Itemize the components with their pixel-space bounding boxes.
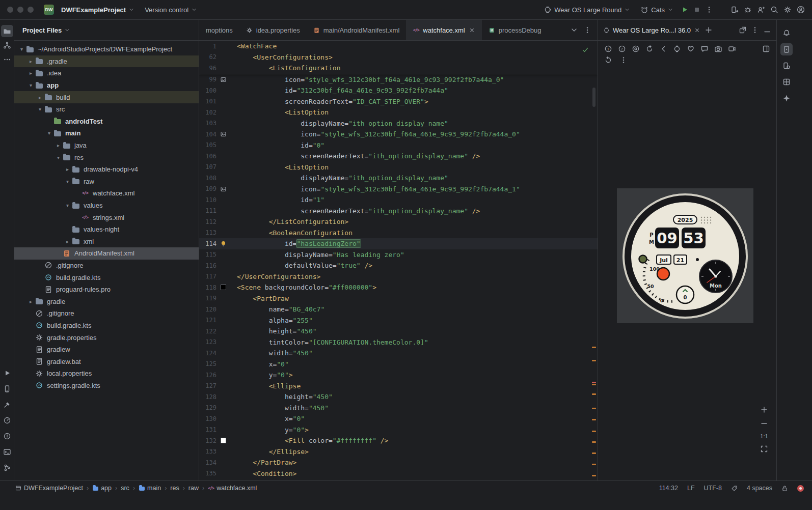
tree-chevron-icon[interactable]: ▾ bbox=[54, 155, 63, 160]
code-line[interactable]: 129 width="450" bbox=[199, 403, 598, 414]
code-line[interactable]: 112 </ListConfiguration> bbox=[199, 216, 598, 228]
editor-tab[interactable]: </>watchface.xml bbox=[406, 20, 481, 40]
color-swatch[interactable] bbox=[221, 285, 226, 290]
tool-window-button-assistant[interactable] bbox=[780, 92, 793, 104]
analysis-mark[interactable] bbox=[592, 431, 596, 432]
tree-item[interactable]: .gitignore bbox=[14, 307, 199, 320]
more-actions-icon[interactable] bbox=[705, 6, 713, 14]
code-line[interactable]: 135 <Condition> bbox=[199, 468, 598, 479]
tool-window-button-device-explorer[interactable] bbox=[1, 383, 13, 395]
analysis-mark[interactable] bbox=[592, 384, 596, 385]
tree-chevron-icon[interactable]: ▸ bbox=[63, 166, 72, 172]
file-lock-icon[interactable] bbox=[781, 485, 788, 492]
code-line[interactable]: 107 <ListOption bbox=[199, 162, 598, 173]
device-tab[interactable]: Wear OS Large Ro...l 36.0 bbox=[603, 26, 700, 34]
indent-setting[interactable]: 4 spaces bbox=[747, 485, 772, 492]
tool-window-button-problems[interactable] bbox=[1, 430, 13, 442]
tool-window-button-resource-manager[interactable] bbox=[780, 76, 793, 88]
code-line[interactable]: 118<Scene backgroundColor="#ff000000"> bbox=[199, 282, 598, 293]
tree-chevron-icon[interactable]: ▾ bbox=[45, 130, 53, 136]
zoom-in-button[interactable] bbox=[760, 406, 768, 414]
breadcrumb-item[interactable]: raw bbox=[188, 485, 199, 492]
tree-chevron-icon[interactable]: ▾ bbox=[63, 179, 72, 184]
code-line[interactable]: 99 icon="style_wfs_312c30bf_f64a_461e_9c… bbox=[199, 74, 598, 86]
tree-item[interactable]: ▸xml bbox=[14, 236, 199, 248]
tree-item[interactable]: ▸build bbox=[14, 91, 199, 103]
analysis-mark[interactable] bbox=[592, 441, 596, 443]
tree-item[interactable]: gradle.properties bbox=[14, 331, 199, 344]
tree-item[interactable]: </>strings.xml bbox=[14, 211, 199, 223]
open-in-window-icon[interactable] bbox=[739, 26, 747, 34]
code-line[interactable]: 115 displayName="Has leading zero" bbox=[199, 249, 598, 261]
code-line[interactable]: 113 <BooleanConfiguration bbox=[199, 228, 598, 239]
tree-item[interactable]: build.gradle.kts bbox=[14, 320, 199, 332]
close-icon[interactable] bbox=[694, 27, 700, 34]
tree-item[interactable]: ▾raw bbox=[14, 176, 199, 188]
error-notification-badge[interactable] bbox=[797, 485, 804, 492]
tree-chevron-icon[interactable]: ▸ bbox=[26, 59, 35, 64]
tree-item[interactable]: </>watchface.xml bbox=[14, 187, 199, 200]
version-control-menu[interactable]: Version control bbox=[142, 4, 200, 16]
tree-chevron-icon[interactable]: ▾ bbox=[63, 203, 72, 208]
code-line[interactable]: 1<WatchFace bbox=[199, 41, 598, 52]
tree-item[interactable]: ▸.idea bbox=[14, 67, 199, 79]
tree-item[interactable]: ▸gradle bbox=[14, 295, 199, 307]
project-selector[interactable]: DWFExampleProject bbox=[58, 4, 138, 16]
code-line[interactable]: 133 </Ellipse> bbox=[199, 446, 598, 458]
code-line[interactable]: 106 screenReaderText="ith_option_display… bbox=[199, 151, 598, 162]
tool-window-button-terminal[interactable] bbox=[1, 446, 13, 458]
analysis-mark[interactable] bbox=[592, 464, 596, 465]
tree-item[interactable]: proguard-rules.pro bbox=[14, 284, 199, 296]
run-button[interactable] bbox=[681, 6, 689, 14]
record-icon[interactable] bbox=[728, 45, 736, 53]
tree-item[interactable]: ▸java bbox=[14, 139, 199, 152]
code-line[interactable]: 130 x="0" bbox=[199, 413, 598, 424]
code-line[interactable]: 96 <ListConfiguration bbox=[199, 63, 598, 74]
code-line[interactable]: 108 displayName="ith_option_display_name… bbox=[199, 173, 598, 184]
profiler-icon[interactable] bbox=[744, 6, 752, 14]
device-screen[interactable]: 2025 P M 09 53 100 bbox=[617, 188, 753, 323]
run-configuration-selector[interactable]: Cats bbox=[637, 4, 676, 16]
tree-item[interactable]: ▾values bbox=[14, 200, 199, 212]
breadcrumb-item[interactable]: main bbox=[139, 485, 161, 492]
analysis-mark[interactable] bbox=[592, 419, 596, 420]
code-line[interactable]: 127 <Ellipse bbox=[199, 381, 598, 392]
reset-icon[interactable] bbox=[604, 56, 612, 64]
breadcrumb-item[interactable]: DWFExampleProject bbox=[15, 485, 83, 492]
zoom-reset-button[interactable]: 1:1 bbox=[760, 433, 768, 439]
tree-item[interactable]: settings.gradle.kts bbox=[14, 380, 199, 392]
code-line[interactable]: 124 width="450" bbox=[199, 348, 598, 359]
caret-position[interactable]: 114:32 bbox=[659, 485, 678, 492]
project-panel-header[interactable]: Project Files bbox=[14, 20, 199, 41]
camera-icon[interactable] bbox=[714, 45, 722, 53]
tab-list-dropdown-icon[interactable] bbox=[570, 26, 578, 34]
zoom-out-button[interactable] bbox=[760, 419, 768, 428]
tool-window-button-profiler[interactable] bbox=[1, 414, 13, 427]
code-line[interactable]: 136 <Expressions> bbox=[199, 479, 598, 480]
tree-chevron-icon[interactable]: ▸ bbox=[54, 143, 63, 148]
tree-item[interactable]: values-night bbox=[14, 223, 199, 236]
code-line[interactable]: 132 <Fill color="#ffffffff" /> bbox=[199, 435, 598, 446]
code-line[interactable]: 134 </PartDraw> bbox=[199, 457, 598, 468]
editor-tab[interactable]: main/AndroidManifest.xml bbox=[307, 20, 407, 40]
tree-item[interactable]: local.properties bbox=[14, 367, 199, 380]
breadcrumb-item[interactable]: src bbox=[121, 485, 129, 492]
code-line[interactable]: 131 y="0"> bbox=[199, 424, 598, 436]
line-ending[interactable]: LF bbox=[687, 485, 695, 492]
rotate-icon[interactable] bbox=[645, 45, 654, 53]
heart-icon[interactable] bbox=[687, 45, 695, 53]
bulb-icon[interactable] bbox=[220, 240, 227, 247]
code-line[interactable]: 116 defaultValue="true" /> bbox=[199, 260, 598, 271]
device-selector[interactable]: Wear OS Large Round bbox=[540, 4, 633, 16]
tree-item[interactable]: ▾~/AndroidStudioProjects/DWFExampleProje… bbox=[14, 43, 199, 55]
tool-window-button-running-devices[interactable] bbox=[780, 43, 793, 55]
file-encoding[interactable]: UTF-8 bbox=[704, 485, 722, 492]
tool-window-button-build[interactable] bbox=[1, 399, 13, 411]
code-line[interactable]: 102 <ListOption bbox=[199, 107, 598, 118]
hide-panel-icon[interactable] bbox=[763, 26, 771, 34]
inspections-ok-icon[interactable] bbox=[581, 46, 589, 54]
tab-options-icon[interactable] bbox=[583, 26, 591, 34]
tree-item[interactable]: ▸drawable-nodpi-v4 bbox=[14, 163, 199, 176]
search-everywhere-icon[interactable] bbox=[770, 6, 778, 14]
analysis-mark[interactable] bbox=[592, 408, 596, 409]
